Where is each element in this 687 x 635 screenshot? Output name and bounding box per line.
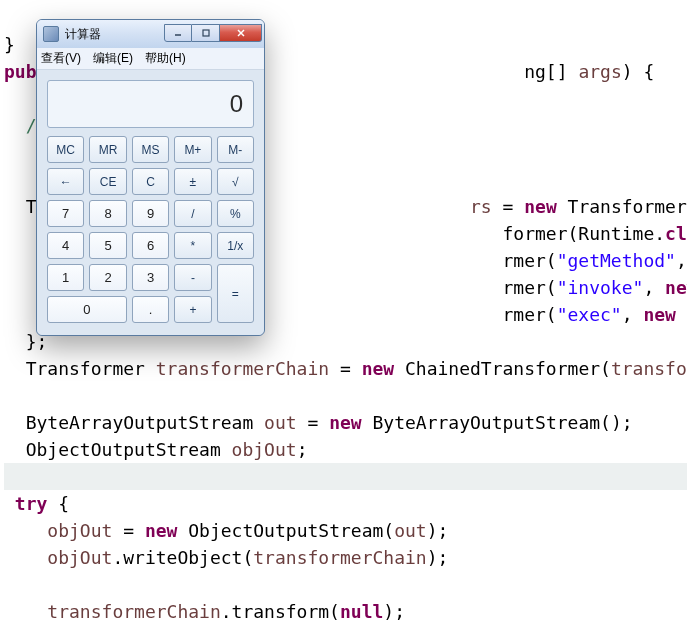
code-line: transformerChain.transform(null); [4,601,405,622]
c-button[interactable]: C [132,168,169,195]
decimal-button[interactable]: . [132,296,169,323]
digit-5-button[interactable]: 5 [89,232,126,259]
reciprocal-button[interactable]: 1/x [217,232,254,259]
subtract-button[interactable]: - [174,264,211,291]
calculator-window: 计算器 查看(V) 编辑(E) 帮助(H) 0 MC MR MS M+ M- ←… [36,19,265,336]
code-line: try { [4,493,69,514]
multiply-button[interactable]: * [174,232,211,259]
percent-button[interactable]: % [217,200,254,227]
code-line: ObjectOutputStream objOut; [4,439,307,460]
mc-button[interactable]: MC [47,136,84,163]
sqrt-button[interactable]: √ [217,168,254,195]
digit-3-button[interactable]: 3 [132,264,169,291]
add-button[interactable]: + [174,296,211,323]
digit-1-button[interactable]: 1 [47,264,84,291]
digit-8-button[interactable]: 8 [89,200,126,227]
code-line: ByteArrayOutputStream out = new ByteArra… [4,412,633,433]
menu-view[interactable]: 查看(V) [41,50,81,67]
mplus-button[interactable]: M+ [174,136,211,163]
calculator-keypad: MC MR MS M+ M- ← CE C ± √ 7 8 9 / % 4 5 … [47,136,254,323]
menu-edit[interactable]: 编辑(E) [93,50,133,67]
code-highlight-line [4,463,687,490]
plus-minus-button[interactable]: ± [174,168,211,195]
code-line: objOut.writeObject(transformerChain); [4,547,448,568]
equals-button[interactable]: = [217,264,254,323]
digit-0-button[interactable]: 0 [47,296,127,323]
digit-4-button[interactable]: 4 [47,232,84,259]
mminus-button[interactable]: M- [217,136,254,163]
calculator-title: 计算器 [65,26,164,43]
divide-button[interactable]: / [174,200,211,227]
calculator-body: 0 MC MR MS M+ M- ← CE C ± √ 7 8 9 / % 4 … [37,70,264,335]
calculator-menubar: 查看(V) 编辑(E) 帮助(H) [37,48,264,70]
ce-button[interactable]: CE [89,168,126,195]
minimize-button[interactable] [164,24,192,42]
code-line: Transformer transformerChain = new Chain… [4,358,687,379]
svg-rect-1 [203,30,209,36]
digit-6-button[interactable]: 6 [132,232,169,259]
code-line: objOut = new ObjectOutputStream(out); [4,520,448,541]
maximize-button[interactable] [192,24,220,42]
close-button[interactable] [220,24,262,42]
mr-button[interactable]: MR [89,136,126,163]
calculator-titlebar[interactable]: 计算器 [37,20,264,48]
code-line: } [4,34,15,55]
backspace-button[interactable]: ← [47,168,84,195]
calculator-display: 0 [47,80,254,128]
menu-help[interactable]: 帮助(H) [145,50,186,67]
digit-9-button[interactable]: 9 [132,200,169,227]
digit-7-button[interactable]: 7 [47,200,84,227]
calculator-icon [43,26,59,42]
window-controls [164,24,262,44]
ms-button[interactable]: MS [132,136,169,163]
digit-2-button[interactable]: 2 [89,264,126,291]
